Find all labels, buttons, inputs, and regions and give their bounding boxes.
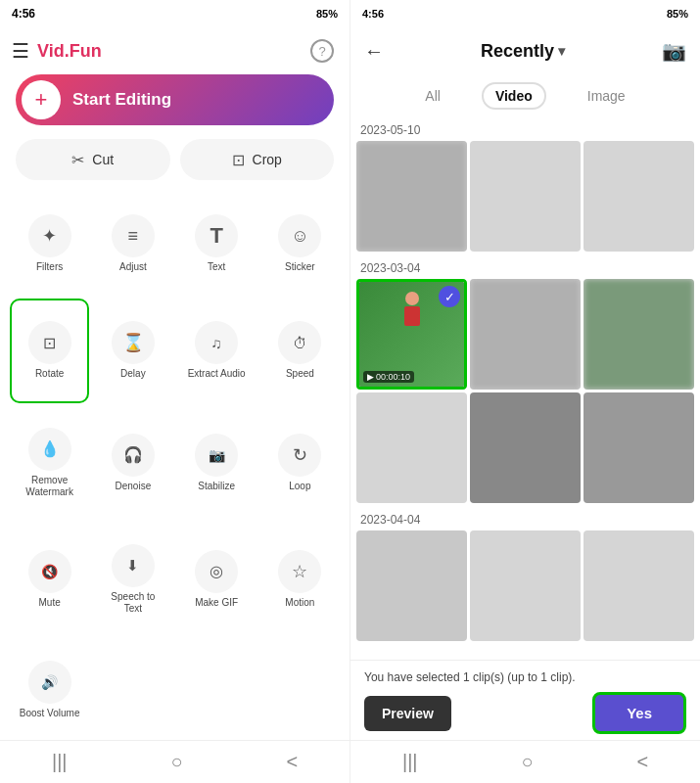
tool-speed[interactable]: ⏱ Speed	[260, 299, 340, 403]
thumbnail-t4-selected[interactable]: ✓ ▶ 00:00:10	[356, 279, 467, 390]
filters-label: Filters	[36, 261, 63, 273]
crop-pill[interactable]: ⊡ Crop	[180, 139, 335, 180]
extract-audio-icon: ♫	[195, 321, 238, 364]
motion-icon: ☆	[278, 550, 321, 593]
text-label: Text	[208, 261, 225, 273]
yes-button[interactable]: Yes	[592, 692, 686, 734]
left-status-bar: 4:56 85%	[0, 0, 350, 27]
thumbnail-t12[interactable]	[583, 530, 694, 641]
thumbnail-t6[interactable]	[583, 279, 694, 390]
date-label-2023-03-04: 2023-03-04	[356, 255, 694, 279]
text-icon: T	[195, 214, 238, 257]
tool-rotate[interactable]: ⊡ Rotate	[10, 299, 89, 403]
tool-mute[interactable]: 🔇 Mute	[10, 523, 89, 635]
sticker-icon: ☺	[278, 214, 321, 257]
mute-label: Mute	[39, 597, 61, 609]
tool-extract-audio[interactable]: ♫ Extract Audio	[177, 299, 257, 403]
video-cam-icon: ▶	[367, 372, 374, 382]
start-editing-label: Start Editing	[72, 90, 171, 110]
sticker-label: Sticker	[285, 261, 315, 273]
action-row: Preview Yes	[364, 692, 686, 734]
thumbnail-t1[interactable]	[356, 141, 467, 252]
tab-row: All Video Image	[350, 74, 700, 117]
speech-to-text-icon: ⬇	[112, 544, 155, 587]
denoise-label: Denoise	[116, 481, 152, 492]
thumbnail-t9[interactable]	[583, 392, 694, 503]
speed-icon: ⏱	[278, 321, 321, 364]
app-title: Vid.Fun	[37, 41, 102, 62]
loop-label: Loop	[289, 481, 310, 492]
thumbnail-t2[interactable]	[470, 141, 581, 252]
plus-icon: +	[22, 80, 61, 119]
boost-volume-label: Boost Volume	[20, 708, 80, 719]
left-battery: 85%	[316, 8, 338, 20]
thumbnail-t5[interactable]	[470, 279, 581, 390]
crop-icon: ⊡	[232, 151, 245, 169]
tab-all[interactable]: All	[413, 84, 452, 108]
tool-motion[interactable]: ☆ Motion	[260, 523, 340, 635]
rotate-icon: ⊡	[28, 321, 71, 364]
tool-remove-watermark[interactable]: 💧 Remove Watermark	[10, 407, 89, 520]
filters-icon: ✦	[28, 214, 71, 257]
cut-pill[interactable]: ✂ Cut	[16, 139, 170, 180]
mute-icon: 🔇	[28, 550, 71, 593]
stabilize-label: Stabilize	[198, 481, 235, 492]
cut-label: Cut	[92, 152, 114, 167]
make-gif-label: Make GIF	[195, 597, 238, 609]
gallery-grid-2: ✓ ▶ 00:00:10	[356, 279, 694, 503]
cut-icon: ✂	[71, 151, 84, 169]
tab-video[interactable]: Video	[482, 82, 546, 110]
thumbnail-t3[interactable]	[583, 141, 694, 252]
back-button[interactable]: ←	[364, 40, 384, 63]
right-nav-menu[interactable]: |||	[402, 751, 418, 773]
right-time: 4:56	[362, 8, 384, 20]
check-badge: ✓	[439, 286, 460, 307]
tool-boost-volume[interactable]: 🔊 Boost Volume	[10, 639, 89, 740]
thumbnail-t11[interactable]	[470, 530, 581, 641]
motion-label: Motion	[285, 597, 314, 609]
tool-make-gif[interactable]: ◎ Make GIF	[177, 523, 257, 635]
right-nav-back[interactable]: <	[636, 751, 648, 773]
right-panel: 4:56 85% ← Recently ▾ 📷 All Video Image …	[350, 0, 700, 783]
date-label-2023-05-10: 2023-05-10	[356, 117, 694, 141]
menu-icon[interactable]: ☰	[12, 39, 29, 63]
remove-watermark-icon: 💧	[28, 428, 71, 471]
tool-denoise[interactable]: 🎧 Denoise	[93, 407, 172, 520]
duration-text: 00:00:10	[376, 372, 410, 382]
tool-filters[interactable]: ✦ Filters	[10, 194, 89, 295]
gallery-grid-3	[356, 530, 694, 641]
left-bottom-nav: ||| ○ <	[0, 740, 350, 783]
app-header-left: ☰ Vid.Fun	[12, 39, 102, 63]
tab-image[interactable]: Image	[576, 84, 637, 108]
right-battery: 85%	[667, 8, 688, 20]
thumbnail-t7[interactable]	[356, 392, 467, 503]
left-panel: 4:56 85% ☰ Vid.Fun ? + Start Editing ✂ C…	[0, 0, 350, 783]
remove-watermark-label: Remove Watermark	[25, 475, 73, 498]
tools-grid: ✦ Filters ≡ Adjust T Text ☺ Sticker ⊡ Ro…	[0, 194, 350, 740]
tool-sticker[interactable]: ☺ Sticker	[260, 194, 340, 295]
preview-button[interactable]: Preview	[364, 696, 451, 731]
tool-stabilize[interactable]: 📷 Stabilize	[177, 407, 257, 520]
left-nav-menu[interactable]: |||	[52, 751, 68, 773]
thumbnail-t8[interactable]	[470, 392, 581, 503]
tool-adjust[interactable]: ≡ Adjust	[93, 194, 172, 295]
denoise-icon: 🎧	[112, 434, 155, 477]
right-nav-home[interactable]: ○	[521, 751, 533, 773]
left-nav-back[interactable]: <	[286, 751, 298, 773]
cut-crop-row: ✂ Cut ⊡ Crop	[0, 139, 350, 180]
left-nav-home[interactable]: ○	[170, 751, 182, 773]
tool-delay[interactable]: ⌛ Delay	[93, 299, 172, 403]
tool-text[interactable]: T Text	[177, 194, 257, 295]
tool-loop[interactable]: ↻ Loop	[260, 407, 340, 520]
help-button[interactable]: ?	[310, 39, 334, 63]
selection-bar: You have selected 1 clip(s) (up to 1 cli…	[350, 660, 700, 740]
tool-speech-to-text[interactable]: ⬇ Speech to Text	[93, 523, 172, 635]
camera-icon[interactable]: 📷	[662, 39, 686, 63]
thumbnail-t10[interactable]	[356, 530, 467, 641]
recently-dropdown[interactable]: Recently ▾	[481, 41, 565, 62]
right-status-bar: 4:56 85%	[350, 0, 700, 27]
gallery-grid-1	[356, 141, 694, 252]
right-header: ← Recently ▾ 📷	[350, 27, 700, 74]
start-editing-button[interactable]: + Start Editing	[16, 74, 334, 125]
selection-text: You have selected 1 clip(s) (up to 1 cli…	[364, 670, 686, 684]
